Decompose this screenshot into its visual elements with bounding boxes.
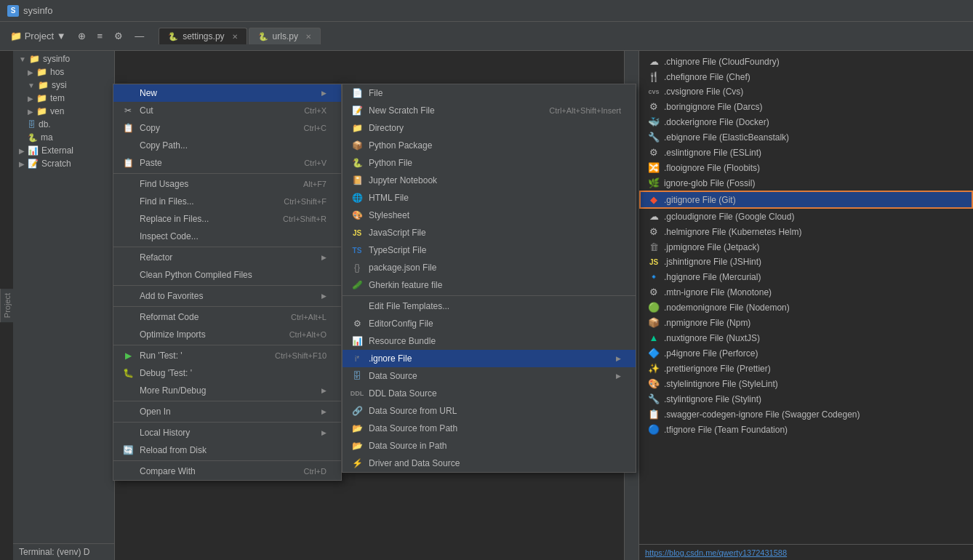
menu-item-reload-disk[interactable]: 🔄 Reload from Disk (113, 441, 341, 459)
data-source-path-item[interactable]: 📂 Data Source from Path (343, 420, 636, 437)
driver-data-source-item[interactable]: ⚡ Driver and Data Source (343, 455, 636, 472)
new-js-item[interactable]: JS JavaScript File (343, 224, 636, 241)
menu-item-debug[interactable]: 🐛 Debug 'Test: ' (113, 364, 341, 382)
ebignore-item[interactable]: 🔧 .ebignore File (ElasticBeanstalk) (639, 129, 973, 145)
new-html-item[interactable]: 🌐 HTML File (343, 189, 636, 207)
gcloudignore-item[interactable]: ☁ .gcloudignore File (Google Cloud) (639, 209, 973, 224)
project-dropdown[interactable]: 📁 Project ▼ (6, 28, 71, 44)
settings-button[interactable]: ⚙ (110, 28, 127, 44)
menu-item-find-files[interactable]: Find in Files... Ctrl+Shift+F (113, 193, 341, 210)
navigate-back-button[interactable]: ⊕ (73, 28, 90, 44)
url-bar[interactable]: https://blog.csdn.me/qwerty1372431588 (639, 544, 973, 560)
jshintignore-item[interactable]: JS .jshintignore File (JSHint) (639, 255, 973, 269)
new-pkg-json-item[interactable]: {} package.json File (343, 259, 636, 276)
hgignore-item[interactable]: 🔹 .hgignore File (Mercurial) (639, 269, 973, 284)
tree-item-ma[interactable]: 🐍 ma (22, 131, 114, 144)
new-dir-item[interactable]: 📁 Directory (343, 119, 636, 137)
nodemonignore-item[interactable]: 🟢 .nodemonignore File (Nodemon) (639, 300, 973, 315)
tree-item-db[interactable]: 🗄 db. (22, 118, 114, 131)
collapse-button[interactable]: ≡ (93, 28, 108, 44)
data-source-in-path-item[interactable]: 📂 Data Source in Path (343, 437, 636, 455)
menu-item-replace-files[interactable]: Replace in Files... Ctrl+Shift+R (113, 210, 341, 228)
chignore-item[interactable]: ☁ .chignore File (CloudFoundry) (639, 54, 973, 69)
eslint-icon: ⚙ (648, 147, 660, 158)
tree-root[interactable]: ▼ 📁 sysinfo (13, 52, 114, 65)
menu-item-open-in[interactable]: Open In (113, 403, 341, 420)
tab-close-button-2[interactable]: ✕ (305, 33, 311, 41)
resource-bundle-item[interactable]: 📊 Resource Bundle (343, 332, 636, 350)
ignore-file-item[interactable]: i* .ignore File (343, 350, 636, 367)
helmignore-item[interactable]: ⚙ .helmignore File (Kubernetes Helm) (639, 224, 973, 239)
menu-item-new[interactable]: New (113, 84, 341, 102)
menu-item-optimize-imports[interactable]: Optimize Imports Ctrl+Alt+O (113, 326, 341, 343)
editorconfig-item[interactable]: ⚙ EditorConfig File (343, 315, 636, 332)
boringignore-item[interactable]: ⚙ .boringignore File (Darcs) (639, 99, 973, 114)
tree-item-tem[interactable]: ▶ 📁 tem (22, 92, 114, 105)
new-ts-item[interactable]: TS TypeScript File (343, 241, 636, 259)
gcloudignore-label: .gcloudignore File (Google Cloud) (664, 212, 794, 222)
flooignore-item[interactable]: 🔀 .flooignore File (Floobits) (639, 160, 973, 175)
tab-urls-py[interactable]: 🐍 urls.py ✕ (249, 28, 321, 44)
tree-item-hos[interactable]: ▶ 📁 hos (22, 65, 114, 79)
stylintignore-item[interactable]: 🔧 .stylintignore File (Stylint) (639, 391, 973, 407)
url-link[interactable]: https://blog.csdn.me/qwerty1372431588 (645, 548, 787, 557)
chefignore-item[interactable]: 🍴 .chefignore File (Chef) (639, 69, 973, 84)
menu-item-paste[interactable]: 📋 Paste Ctrl+V (113, 154, 341, 172)
menu-item-reformat[interactable]: Reformat Code Ctrl+Alt+L (113, 308, 341, 326)
p4ignore-item[interactable]: 🔷 .p4ignore File (Perforce) (639, 345, 973, 361)
menu-item-find-usages[interactable]: Find Usages Alt+F7 (113, 175, 341, 193)
tfignore-item[interactable]: 🔵 .tfignore File (Team Foundation) (639, 422, 973, 437)
compare-shortcut: Ctrl+D (304, 467, 327, 476)
eslintignore-item[interactable]: ⚙ .eslintignore File (ESLint) (639, 145, 973, 160)
new-jupyter-item[interactable]: 📔 Jupyter Notebook (343, 172, 636, 189)
new-gherkin-label: Gherkin feature file (369, 280, 442, 290)
tree-item-ven[interactable]: ▶ 📁 ven (22, 105, 114, 118)
gitignore-item[interactable]: ◆ .gitignore File (Git) (639, 191, 973, 209)
menu-item-cut[interactable]: ✂ Cut Ctrl+X (113, 102, 341, 119)
new-gherkin-item[interactable]: 🥒 Gherkin feature file (343, 276, 636, 294)
menu-item-refactor[interactable]: Refactor (113, 249, 341, 266)
menu-item-add-favorites[interactable]: Add to Favorites (113, 287, 341, 305)
ignore-glob-item[interactable]: 🌿 ignore-glob File (Fossil) (639, 175, 973, 191)
swagger-codegen-item[interactable]: 📋 .swagger-codegen-ignore File (Swagger … (639, 407, 973, 422)
new-py-pkg-item[interactable]: 📦 Python Package (343, 137, 636, 154)
jpmignore-item[interactable]: 🗑 .jpmignore File (Jetpack) (639, 239, 973, 255)
project-sidebar-label[interactable]: Project (0, 289, 14, 322)
edit-templates-item[interactable]: Edit File Templates... (343, 297, 636, 315)
separator-1 (113, 173, 341, 174)
menu-item-more-run[interactable]: More Run/Debug (113, 382, 341, 399)
menu-item-run[interactable]: ▶ Run 'Test: ' Ctrl+Shift+F10 (113, 347, 341, 364)
new-file-item[interactable]: 📄 File (343, 84, 636, 102)
dockerignore-item[interactable]: 🐳 .dockerignore File (Docker) (639, 114, 973, 129)
mtnignore-item[interactable]: ⚙ .mtn-ignore File (Monotone) (639, 284, 973, 300)
tree-item-sysi[interactable]: ▼ 📁 sysi (22, 79, 114, 92)
ddl-data-source-item[interactable]: DDL DDL Data Source (343, 385, 636, 402)
run-shortcut: Ctrl+Shift+F10 (275, 351, 327, 360)
menu-item-compare-with[interactable]: Compare With Ctrl+D (113, 463, 341, 480)
minimize-button[interactable]: — (130, 28, 148, 44)
menu-item-inspect-code[interactable]: Inspect Code... (113, 228, 341, 245)
tree-arrow-3: ▶ (28, 95, 33, 103)
npmignore-item[interactable]: 📦 .npmignore File (Npm) (639, 315, 973, 330)
menu-item-copy-path[interactable]: Copy Path... (113, 137, 341, 154)
nuxtignore-item[interactable]: ▲ .nuxtignore File (NuxtJS) (639, 330, 973, 345)
prettierignore-item[interactable]: ✨ .prettierignore File (Prettier) (639, 361, 973, 376)
tree-label-2: sysi (52, 80, 67, 90)
tree-item-external[interactable]: ▶ 📊 External (13, 144, 114, 157)
new-css-item[interactable]: 🎨 Stylesheet (343, 207, 636, 224)
data-source-item[interactable]: 🗄 Data Source (343, 367, 636, 385)
tab-settings-py[interactable]: 🐍 settings.py ✕ (159, 28, 247, 44)
chefignore-label: .chefignore File (Chef) (664, 72, 750, 82)
data-source-url-item[interactable]: 🔗 Data Source from URL (343, 402, 636, 420)
tree-item-scratch[interactable]: ▶ 📝 Scratch (13, 157, 114, 170)
cvsignore-item[interactable]: cvs .cvsignore File (Cvs) (639, 84, 973, 99)
tab-close-button[interactable]: ✕ (232, 33, 238, 41)
menu-item-clean-compiled[interactable]: Clean Python Compiled Files (113, 266, 341, 284)
menu-item-local-history[interactable]: Local History (113, 424, 341, 441)
new-scratch-item[interactable]: 📝 New Scratch File Ctrl+Alt+Shift+Insert (343, 102, 636, 119)
perforce-icon: 🔷 (648, 348, 660, 359)
new-py-file-item[interactable]: 🐍 Python File (343, 154, 636, 172)
stylelintignore-item[interactable]: 🎨 .stylelintignore File (StyleLint) (639, 376, 973, 391)
flooignore-label: .flooignore File (Floobits) (664, 163, 760, 173)
menu-item-copy[interactable]: 📋 Copy Ctrl+C (113, 119, 341, 137)
